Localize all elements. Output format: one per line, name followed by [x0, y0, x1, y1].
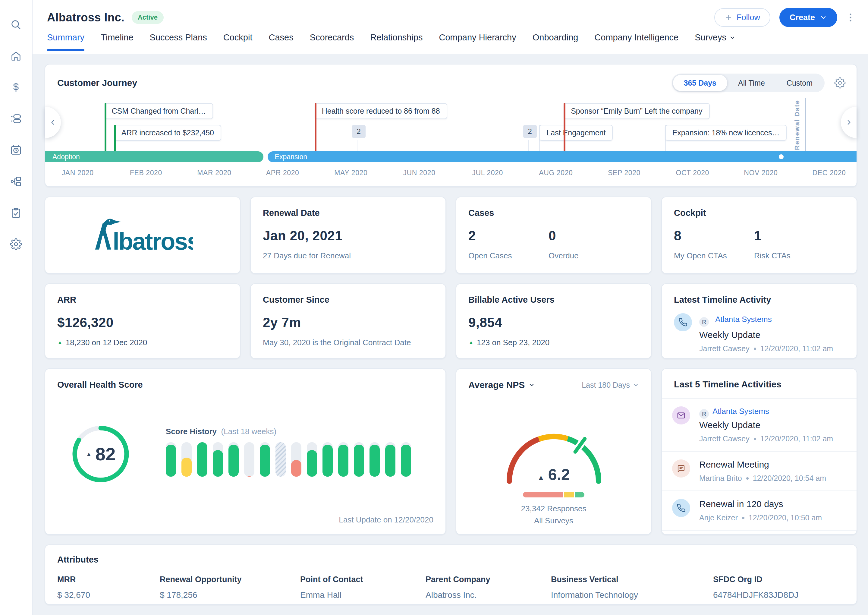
- company-logo-card: lbatross: [45, 197, 240, 274]
- app-sidebar: [0, 0, 33, 615]
- sidebar-item-surveys[interactable]: [0, 197, 32, 228]
- attribute-business-vertical: Business VerticalInformation Technology: [551, 575, 713, 600]
- journey-event-count-badge[interactable]: 2: [352, 125, 366, 138]
- customer-since-value: 2y 7m: [263, 315, 433, 330]
- albatross-logo: lbatross: [92, 215, 193, 255]
- create-label: Create: [790, 13, 815, 22]
- range-custom[interactable]: Custom: [776, 75, 823, 91]
- nps-value: ▲6.2: [456, 465, 651, 484]
- journey-phase-adoption[interactable]: Adoption: [45, 151, 263, 162]
- health-last-update: Last Update on 12/20/2020: [339, 515, 433, 524]
- overdue-cases-label: Overdue: [549, 251, 629, 261]
- arrow-up-icon: ▲: [538, 473, 545, 481]
- search-icon: [10, 19, 22, 31]
- journey-event-count-badge[interactable]: 2: [523, 125, 537, 138]
- score-history-bar: [291, 442, 301, 477]
- sidebar-item-hierarchy[interactable]: [0, 166, 32, 197]
- score-history-bar: [323, 442, 333, 477]
- cases-title: Cases: [468, 208, 639, 218]
- journey-prev-button[interactable]: [45, 107, 61, 138]
- score-history-bar: [401, 442, 411, 477]
- more-options-button[interactable]: [845, 12, 856, 23]
- timeline-activity-item[interactable]: Renewal in 120 daysAnje Keizer12/20/2020…: [662, 491, 857, 531]
- relationship-link[interactable]: Atlanta Systems: [712, 407, 769, 416]
- my-open-ctas-label: My Open CTAs: [674, 251, 754, 261]
- month-label: NOV 2020: [744, 169, 778, 177]
- score-history-bar: [354, 442, 364, 477]
- nps-distribution-segment: [523, 492, 563, 498]
- nps-distribution-segment: [575, 492, 584, 498]
- journey-event-label[interactable]: ARR increased to $232,450: [114, 125, 221, 141]
- renewal-date-marker: Renewal Date: [793, 100, 801, 150]
- health-score-title: Overall Health Score: [45, 369, 446, 390]
- sidebar-item-settings[interactable]: [0, 228, 32, 260]
- score-history-bar: [213, 442, 223, 477]
- tab-cockpit[interactable]: Cockpit: [223, 33, 252, 50]
- journey-phase-expansion[interactable]: Expansion: [268, 151, 857, 162]
- month-label: JUN 2020: [403, 169, 435, 177]
- month-label: FEB 2020: [130, 169, 162, 177]
- risk-ctas-value: 1: [754, 228, 834, 243]
- tab-cases[interactable]: Cases: [269, 33, 293, 50]
- renewal-date-subtext: 27 Days due for Renewal: [263, 251, 433, 261]
- journey-event-marker-green: [114, 125, 116, 151]
- tab-company-intelligence[interactable]: Company Intelligence: [594, 33, 678, 50]
- timeline-activity-item[interactable]: Renewal MeetingMartina Brito12/20/2020, …: [662, 452, 857, 491]
- score-history-bar: [369, 442, 380, 477]
- journey-range-toggle: 365 Days All Time Custom: [672, 73, 824, 92]
- nps-scope: All Surveys: [456, 516, 651, 526]
- create-button[interactable]: Create: [779, 8, 837, 27]
- timeline-activity-item[interactable]: RAtlanta SystemsWeekly UpdateJarrett Caw…: [662, 398, 857, 452]
- activity-title: Renewal Meeting: [699, 459, 847, 470]
- month-label: JAN 2020: [62, 169, 94, 177]
- page-title: Albatross Inc.: [47, 11, 125, 24]
- latest-activity-title: Latest Timeline Activity: [674, 295, 845, 305]
- risk-ctas-label: Risk CTAs: [754, 251, 834, 261]
- journey-event-label[interactable]: Expansion: 18% new licences…: [665, 125, 787, 141]
- activity-title[interactable]: Weekly Update: [699, 330, 833, 340]
- sidebar-item-home[interactable]: [0, 41, 32, 72]
- journey-settings-gear-icon[interactable]: [834, 77, 846, 89]
- tab-surveys[interactable]: Surveys: [695, 33, 736, 50]
- tab-success-plans[interactable]: Success Plans: [150, 33, 207, 50]
- timeline-activities-card: Last 5 Timeline Activities RAtlanta Syst…: [661, 368, 857, 535]
- activity-meta: Martina Brito12/20/2020, 10:54 am: [699, 474, 847, 483]
- chevron-down-icon: [820, 14, 827, 21]
- relationship-link[interactable]: Atlanta Systems: [715, 315, 772, 324]
- cockpit-title: Cockpit: [674, 208, 845, 218]
- range-all-time[interactable]: All Time: [727, 75, 776, 91]
- sidebar-item-timeline[interactable]: [0, 134, 32, 166]
- arr-delta: ▲ 18,230 on 12 Dec 2020: [57, 338, 228, 347]
- tab-relationships[interactable]: Relationships: [370, 33, 422, 50]
- attribute-parent-company: Parent CompanyAlbatross Inc.: [425, 575, 551, 600]
- cases-card: Cases 2 Open Cases 0 Overdue: [456, 197, 651, 274]
- sidebar-item-search[interactable]: [0, 9, 32, 41]
- tab-onboarding[interactable]: Onboarding: [533, 33, 578, 50]
- range-365-days[interactable]: 365 Days: [673, 75, 727, 91]
- svg-text:lbatross: lbatross: [113, 228, 193, 255]
- email-icon: [672, 406, 690, 425]
- month-label: SEP 2020: [608, 169, 640, 177]
- activity-meta: Jarrett Cawsey12/20/2020, 11:02 am: [699, 434, 847, 443]
- tab-company-hierarchy[interactable]: Company Hierarchy: [439, 33, 516, 50]
- journey-event-label[interactable]: Health score reduced to 86 from 88: [315, 103, 447, 119]
- month-label: MAY 2020: [334, 169, 368, 177]
- journey-event-label[interactable]: Last Engagement: [539, 125, 613, 141]
- journey-months-axis: JAN 2020FEB 2020MAR 2020APR 2020MAY 2020…: [45, 169, 857, 177]
- follow-button[interactable]: Follow: [714, 8, 770, 27]
- billable-users-title: Billable Active Users: [468, 295, 639, 305]
- sidebar-item-cta-list[interactable]: [0, 103, 32, 134]
- timeline-activities-title: Last 5 Timeline Activities: [662, 369, 857, 398]
- nps-card: Average NPS Last 180 Days ▲6.2 23,342 Re…: [456, 368, 651, 535]
- score-history-bar: [244, 442, 254, 477]
- score-history-chart: [166, 442, 411, 477]
- sidebar-item-revenue[interactable]: [0, 72, 32, 103]
- tab-summary[interactable]: Summary: [47, 33, 84, 50]
- settings-gear-icon: [10, 238, 22, 250]
- tab-scorecards[interactable]: Scorecards: [310, 33, 354, 50]
- attributes-card: Attributes MRR$ 32,670Renewal Opportunit…: [45, 545, 857, 605]
- journey-next-button[interactable]: [841, 107, 857, 138]
- tab-timeline[interactable]: Timeline: [101, 33, 134, 50]
- journey-event-label[interactable]: Sponsor “Emily Burn” Left the company: [564, 103, 709, 119]
- journey-event-label[interactable]: CSM Changed from Charl…: [104, 103, 213, 119]
